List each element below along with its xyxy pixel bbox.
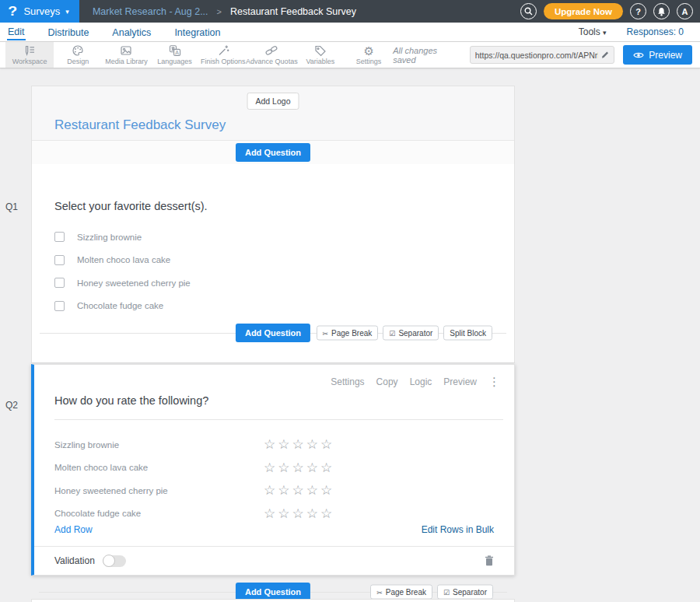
question-1: Select your favorite dessert(s). Sizzlin…	[32, 164, 514, 317]
question-2-text[interactable]: How do you rate the following?	[54, 394, 503, 420]
question-2-actions: Settings Copy Logic Preview ⋮	[331, 376, 500, 387]
rating-row: Chocolate fudge cake ☆☆☆☆☆	[54, 502, 494, 526]
rating-row-label[interactable]: Chocolate fudge cake	[54, 509, 264, 518]
next-block-edge	[31, 599, 515, 602]
block-divider-row: Add Question ✂Page Break ☑Separator Spli…	[32, 317, 514, 348]
preview-button[interactable]: Preview	[623, 45, 692, 65]
option-row: Sizzling brownie	[54, 226, 492, 249]
top-navbar: ? Surveys ▾ Market Research - Aug 2... >…	[0, 0, 700, 23]
toolbar-right: All changes saved Preview	[393, 42, 700, 68]
trash-icon	[485, 555, 494, 566]
questionpro-logo-icon: ?	[8, 4, 17, 19]
help-button[interactable]: ?	[630, 3, 646, 19]
star-rating-icons[interactable]: ☆☆☆☆☆	[264, 507, 334, 520]
edit-rows-in-bulk-link[interactable]: Edit Rows in Bulk	[422, 524, 494, 535]
tool-design[interactable]: Design	[54, 42, 102, 68]
kebab-menu-icon[interactable]: ⋮	[488, 378, 500, 386]
tab-integration[interactable]: Integration	[173, 24, 221, 40]
tool-settings[interactable]: ⚙ Settings	[345, 42, 393, 68]
question-preview-button[interactable]: Preview	[443, 376, 477, 387]
rating-row-label[interactable]: Sizzling brownie	[54, 440, 264, 450]
bell-icon	[657, 7, 666, 16]
question-settings-button[interactable]: Settings	[331, 376, 364, 387]
translate-icon: A	[169, 44, 181, 57]
star-rating-icons[interactable]: ☆☆☆☆☆	[264, 438, 334, 451]
question-2-links: Add Row Edit Rows in Bulk	[54, 524, 494, 535]
editor-toolbar: Workspace Design Media Library A Languag…	[0, 42, 700, 68]
pencil-icon[interactable]	[601, 51, 609, 59]
separator-button[interactable]: ☑Separator	[383, 326, 439, 341]
separator-check-icon: ☑	[443, 588, 450, 596]
separator-button[interactable]: ☑Separator	[437, 585, 493, 600]
workspace-icon	[23, 44, 36, 57]
delete-question-button[interactable]	[485, 555, 494, 566]
tool-workspace[interactable]: Workspace	[5, 42, 54, 68]
tool-advance-quotas[interactable]: Advance Quotas	[247, 42, 296, 68]
add-question-button-top[interactable]: Add Question	[236, 143, 310, 162]
gear-icon: ⚙	[363, 45, 373, 57]
tab-distribute[interactable]: Distribute	[47, 24, 90, 40]
scissors-icon: ✂	[323, 329, 329, 337]
breadcrumb-separator: >	[217, 7, 222, 16]
notifications-button[interactable]	[653, 3, 670, 19]
survey-title[interactable]: Restaurant Feedback Survey	[54, 117, 226, 133]
search-icon	[524, 7, 533, 16]
option-row: Honey sweetened cherry pie	[54, 271, 492, 295]
magic-wand-icon	[217, 44, 229, 57]
save-status-text: All changes saved	[393, 46, 461, 65]
divider-actions-bottom: ✂Page Break ☑Separator	[370, 585, 493, 600]
palette-icon	[72, 44, 84, 57]
surveys-menu[interactable]: Surveys	[23, 5, 60, 17]
search-button[interactable]	[520, 3, 537, 19]
question-copy-button[interactable]: Copy	[376, 376, 398, 387]
survey-url-input[interactable]	[475, 51, 599, 60]
rating-row-label[interactable]: Molten choco lava cake	[54, 463, 264, 472]
breadcrumb-current: Restaurant Feedback Survey	[230, 6, 356, 17]
page-break-button[interactable]: ✂Page Break	[317, 326, 379, 341]
tab-edit[interactable]: Edit	[7, 23, 26, 40]
section-tabs: Edit Distribute Analytics Integration To…	[0, 23, 700, 42]
survey-header-section: Add Logo Restaurant Feedback Survey	[32, 86, 514, 141]
q2-gutter-label: Q2	[5, 400, 18, 411]
tool-finish-options[interactable]: Finish Options	[199, 42, 247, 68]
option-row: Molten choco lava cake	[54, 249, 492, 272]
split-block-button[interactable]: Split Block	[443, 326, 492, 341]
account-avatar[interactable]: A	[677, 3, 693, 19]
tools-menu[interactable]: Tools ▾	[579, 26, 607, 37]
option-label[interactable]: Sizzling brownie	[77, 233, 142, 242]
tool-media-library[interactable]: Media Library	[102, 42, 150, 68]
add-question-strip: Add Question	[32, 141, 514, 164]
rating-row: Honey sweetened cherry pie ☆☆☆☆☆	[54, 479, 494, 502]
question-2-rating-rows: Sizzling brownie ☆☆☆☆☆ Molten choco lava…	[54, 433, 494, 525]
tool-variables[interactable]: Variables	[296, 42, 345, 68]
checkbox[interactable]	[54, 255, 65, 265]
option-label[interactable]: Honey sweetened cherry pie	[77, 278, 191, 288]
checkbox[interactable]	[54, 301, 65, 311]
chevron-down-icon: ▾	[603, 29, 607, 37]
tab-analytics[interactable]: Analytics	[111, 24, 152, 40]
question-logic-button[interactable]: Logic	[410, 376, 432, 387]
option-label[interactable]: Chocolate fudge cake	[77, 301, 163, 310]
star-rating-icons[interactable]: ☆☆☆☆☆	[264, 461, 334, 474]
star-rating-icons[interactable]: ☆☆☆☆☆	[264, 484, 334, 497]
topnav-actions: Upgrade Now ? A	[520, 3, 700, 19]
add-row-link[interactable]: Add Row	[54, 524, 93, 535]
add-logo-button[interactable]: Add Logo	[247, 93, 299, 110]
checkbox[interactable]	[54, 278, 65, 288]
responses-count[interactable]: Responses: 0	[627, 26, 684, 37]
checkbox[interactable]	[54, 232, 65, 242]
rating-row-label[interactable]: Honey sweetened cherry pie	[54, 486, 264, 495]
image-icon	[120, 44, 132, 57]
survey-block-2-selected: Settings Copy Logic Preview ⋮ How do you…	[31, 364, 515, 576]
page-break-button[interactable]: ✂Page Break	[370, 585, 432, 600]
upgrade-now-button[interactable]: Upgrade Now	[544, 3, 623, 19]
add-question-button-mid[interactable]: Add Question	[236, 324, 310, 342]
question-1-text[interactable]: Select your favorite dessert(s).	[54, 200, 492, 212]
survey-url-box	[470, 46, 615, 64]
brand-area[interactable]: ? Surveys ▾	[0, 0, 79, 23]
option-label[interactable]: Molten choco lava cake	[77, 255, 170, 264]
breadcrumb-parent-link[interactable]: Market Research - Aug 2...	[93, 6, 208, 17]
tool-languages[interactable]: A Languages	[151, 42, 199, 68]
validation-toggle[interactable]	[103, 555, 126, 567]
breadcrumb: Market Research - Aug 2... > Restaurant …	[93, 6, 356, 17]
